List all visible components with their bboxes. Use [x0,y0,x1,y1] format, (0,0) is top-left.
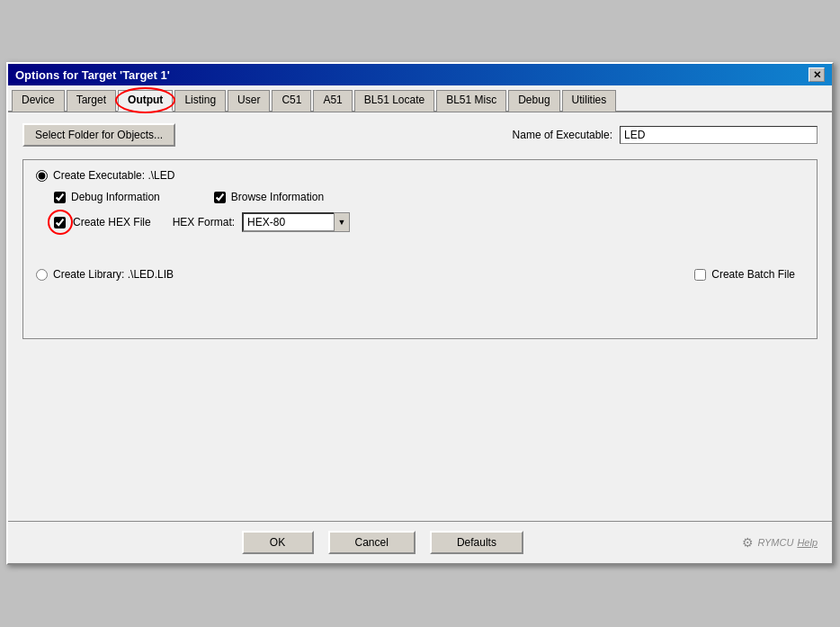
footer-logo: ⚙ RYMCU Help [742,535,818,550]
hex-format-select[interactable]: HEX-80 HEX-386 [242,212,350,232]
create-hex-row: Create HEX File HEX Format: HEX-80 HEX-3… [54,212,804,232]
debug-info-label: Debug Information [71,191,160,203]
output-group: Create Executable: .\LED Debug Informati… [22,159,818,339]
create-hex-label: Create HEX File [73,216,151,228]
ok-button[interactable]: OK [242,531,314,554]
tab-output[interactable]: Output [118,90,173,112]
browse-info-label: Browse Information [231,191,324,203]
logo-text: RYMCU [757,537,793,548]
create-batch-checkbox[interactable] [694,269,706,281]
main-content: Select Folder for Objects... Name of Exe… [8,112,832,521]
tab-debug[interactable]: Debug [508,90,559,112]
library-row: Create Library: .\LED.LIB Create Batch F… [36,268,804,281]
executable-name-row: Name of Executable: [513,126,818,144]
close-button[interactable]: ✕ [809,67,825,82]
hex-format-label: HEX Format: [173,216,235,228]
footer-buttons: OK Cancel Defaults [22,531,742,554]
tab-device[interactable]: Device [12,90,65,112]
library-left: Create Library: .\LED.LIB [36,268,174,281]
title-bar: Options for Target 'Target 1' ✕ [8,64,832,85]
debug-info-checkbox[interactable] [54,192,66,203]
cancel-button[interactable]: Cancel [328,531,416,554]
tab-c51[interactable]: C51 [272,90,311,112]
create-batch-label: Create Batch File [711,268,795,281]
executable-name-label: Name of Executable: [513,129,612,141]
browse-info-checkbox[interactable] [214,192,226,203]
create-library-radio[interactable] [36,269,48,281]
create-library-label: Create Library: .\LED.LIB [53,268,174,281]
create-executable-label: Create Executable: .\LED [53,169,174,182]
top-controls: Select Folder for Objects... Name of Exe… [22,123,818,147]
options-dialog: Options for Target 'Target 1' ✕ Device T… [6,62,834,565]
browse-info-row: Browse Information [214,191,324,203]
tab-utilities[interactable]: Utilities [562,90,617,112]
create-executable-row: Create Executable: .\LED [36,169,804,182]
info-checkboxes-row: Debug Information Browse Information [36,191,804,203]
logo-icon: ⚙ [742,535,754,550]
tab-user[interactable]: User [228,90,270,112]
create-hex-checkbox[interactable] [54,217,66,228]
empty-area [22,348,818,510]
tab-bl51-locate[interactable]: BL51 Locate [354,90,434,112]
footer: OK Cancel Defaults ⚙ RYMCU Help [8,521,832,563]
executable-name-input[interactable] [620,126,818,144]
defaults-button[interactable]: Defaults [430,531,523,554]
hex-checkbox-wrapper [54,217,66,228]
tab-listing[interactable]: Listing [174,90,226,112]
library-right: Create Batch File [694,268,795,281]
tab-a51[interactable]: A51 [313,90,352,112]
select-folder-button[interactable]: Select Folder for Objects... [22,123,175,147]
debug-info-row: Debug Information [54,191,160,203]
hex-format-select-wrapper: HEX-80 HEX-386 ▼ [242,212,350,232]
dialog-title: Options for Target 'Target 1' [15,68,170,82]
tab-target[interactable]: Target [67,90,116,112]
tab-bar: Device Target Output Listing User C51 A5… [8,85,832,112]
tab-bl51-misc[interactable]: BL51 Misc [436,90,506,112]
create-executable-radio[interactable] [36,170,48,182]
spacer [36,241,804,250]
help-label[interactable]: Help [797,537,818,548]
